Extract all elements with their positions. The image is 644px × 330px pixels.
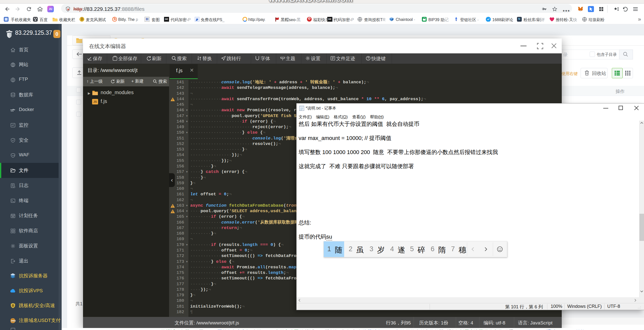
svg-text:WWW: WWW [11, 320, 16, 322]
svg-text:WAF: WAF [12, 155, 15, 156]
